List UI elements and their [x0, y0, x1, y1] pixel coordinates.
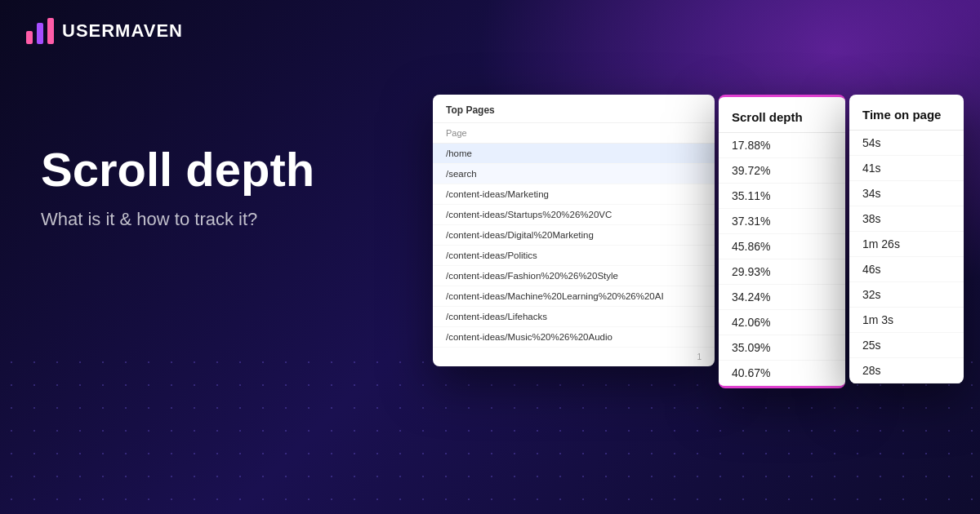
- time-val-4: 1m 26s: [849, 232, 964, 257]
- time-val-1: 41s: [849, 156, 964, 181]
- time-val-5: 46s: [849, 257, 964, 282]
- time-val-2: 34s: [849, 181, 964, 206]
- svg-rect-1: [37, 23, 43, 44]
- time-val-7: 1m 3s: [849, 308, 964, 333]
- time-val-0: 54s: [849, 131, 964, 156]
- page-title: Scroll depth: [41, 144, 433, 196]
- time-val-3: 38s: [849, 206, 964, 232]
- scroll-val-4: 45.86%: [719, 234, 845, 259]
- scroll-val-0: 17.88%: [719, 133, 845, 158]
- scroll-val-5: 29.93%: [719, 259, 845, 285]
- page-row-home[interactable]: /home: [433, 144, 715, 164]
- scroll-depth-header: Scroll depth: [719, 97, 845, 133]
- scroll-val-7: 42.06%: [719, 310, 845, 335]
- page-row-4[interactable]: /content-ideas/Politics: [433, 246, 715, 266]
- svg-rect-0: [26, 31, 33, 44]
- page-row-5[interactable]: /content-ideas/Fashion%20%26%20Style: [433, 266, 715, 286]
- main-section: Scroll depth What is it & how to track i…: [0, 62, 980, 503]
- page-row-7[interactable]: /content-ideas/Lifehacks: [433, 307, 715, 327]
- page-col-header: Page: [433, 123, 715, 144]
- logo-svg: [26, 18, 54, 44]
- scroll-val-8: 35.09%: [719, 335, 845, 361]
- svg-rect-2: [47, 18, 54, 44]
- header: USERMAVEN: [0, 0, 980, 62]
- page-row-search[interactable]: /search: [433, 164, 715, 184]
- page-row-8[interactable]: /content-ideas/Music%20%26%20Audio: [433, 327, 715, 348]
- scroll-val-3: 37.31%: [719, 209, 845, 234]
- page-subtitle: What is it & how to track it?: [41, 209, 433, 230]
- time-on-page-panel: Time on page 54s 41s 34s 38s 1m 26s 46s …: [849, 95, 964, 383]
- hero-section: Scroll depth What is it & how to track i…: [41, 95, 433, 230]
- panels-section: Top Pages Page /home /search /content-id…: [433, 95, 980, 503]
- top-pages-panel: Top Pages Page /home /search /content-id…: [433, 95, 715, 366]
- scroll-val-1: 39.72%: [719, 158, 845, 184]
- time-val-9: 28s: [849, 358, 964, 383]
- page-content: USERMAVEN Scroll depth What is it & how …: [0, 0, 980, 514]
- scroll-depth-panel: Scroll depth 17.88% 39.72% 35.11% 37.31%…: [719, 95, 845, 388]
- time-on-page-header: Time on page: [849, 95, 964, 131]
- time-val-6: 32s: [849, 282, 964, 308]
- page-row-1[interactable]: /content-ideas/Marketing: [433, 184, 715, 205]
- page-row-2[interactable]: /content-ideas/Startups%20%26%20VC: [433, 205, 715, 225]
- logo-text: USERMAVEN: [62, 20, 183, 42]
- page-row-3[interactable]: /content-ideas/Digital%20Marketing: [433, 225, 715, 246]
- scroll-val-2: 35.11%: [719, 184, 845, 209]
- top-pages-header: Top Pages: [433, 95, 715, 123]
- scroll-val-9: 40.67%: [719, 361, 845, 386]
- time-val-8: 25s: [849, 333, 964, 358]
- scroll-val-6: 34.24%: [719, 285, 845, 310]
- logo-icon: [26, 18, 54, 44]
- page-row-6[interactable]: /content-ideas/Machine%20Learning%20%26%…: [433, 286, 715, 307]
- pagination: 1: [433, 348, 715, 366]
